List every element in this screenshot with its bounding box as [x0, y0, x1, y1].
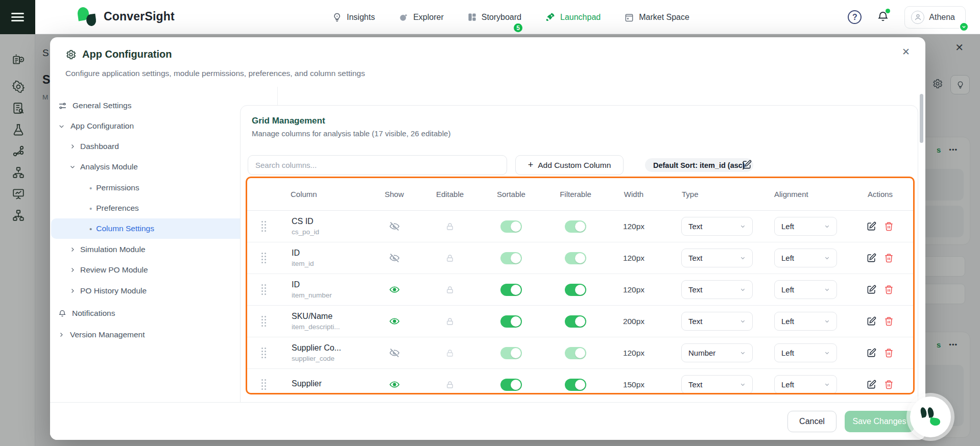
chevron-down-icon [740, 382, 746, 387]
lock-icon [445, 349, 455, 358]
drag-handle[interactable] [261, 316, 266, 327]
column-name: CS ID [292, 217, 358, 226]
alignment-select[interactable]: Left [774, 280, 837, 299]
eye-icon[interactable] [389, 379, 400, 390]
sortable-toggle[interactable] [500, 347, 522, 359]
modal-nav-label: Preferences [96, 204, 139, 213]
assistant-bubble[interactable] [910, 397, 951, 437]
alignment-select[interactable]: Left [774, 375, 837, 394]
user-status-badge [959, 22, 969, 32]
sortable-toggle[interactable] [500, 315, 522, 328]
edit-column-button[interactable] [867, 253, 876, 263]
sortable-toggle[interactable] [500, 220, 522, 233]
eye-off-icon[interactable] [389, 348, 400, 358]
drag-handle[interactable] [261, 348, 266, 358]
filterable-toggle[interactable] [565, 220, 586, 233]
eye-icon[interactable] [389, 316, 400, 327]
filterable-toggle[interactable] [565, 252, 586, 264]
modal-close-icon[interactable]: ✕ [898, 44, 914, 60]
eye-off-icon[interactable] [389, 221, 400, 232]
search-columns-input[interactable] [248, 155, 507, 175]
header-sortable: Sortable [469, 190, 553, 199]
delete-column-button[interactable] [884, 348, 894, 358]
delete-column-button[interactable] [884, 380, 894, 389]
sortable-toggle[interactable] [500, 284, 522, 296]
nav-market-space[interactable]: Market Space [624, 12, 689, 22]
grid-management-card: Grid Management Manage columns for analy… [240, 105, 918, 432]
edit-icon [867, 285, 876, 294]
drag-handle[interactable] [261, 284, 266, 295]
notification-dot [886, 9, 890, 13]
chevron-down-icon [824, 318, 830, 324]
add-custom-column-button[interactable]: + Add Custom Column [515, 155, 624, 175]
column-name: Supplier Co... [292, 343, 358, 353]
alignment-value: Left [781, 254, 794, 262]
alignment-select[interactable]: Left [774, 312, 837, 331]
column-width: 150px [598, 380, 670, 389]
chevron-down-icon [58, 123, 65, 130]
edit-column-button[interactable] [867, 348, 876, 358]
edit-column-button[interactable] [867, 380, 876, 389]
alignment-select[interactable]: Left [774, 249, 837, 267]
explorer-icon [398, 12, 409, 22]
filterable-toggle[interactable] [565, 347, 586, 359]
delete-column-button[interactable] [884, 316, 894, 326]
modal-scrollbar-thumb[interactable] [920, 94, 923, 143]
header-width: Width [598, 190, 670, 199]
edit-column-button[interactable] [867, 221, 876, 231]
delete-column-button[interactable] [884, 253, 894, 263]
eye-icon[interactable] [389, 284, 400, 295]
drag-handle[interactable] [261, 253, 266, 263]
cancel-button[interactable]: Cancel [787, 411, 836, 432]
drag-handle[interactable] [261, 379, 266, 390]
drag-handle[interactable] [261, 221, 266, 232]
filterable-toggle[interactable] [565, 284, 586, 296]
nav-explorer[interactable]: Explorer [398, 12, 444, 22]
type-select[interactable]: Text [681, 217, 753, 236]
type-select[interactable]: Text [681, 375, 753, 394]
storyboard-icon [467, 12, 477, 22]
column-name: ID [292, 249, 358, 258]
nav-insights[interactable]: Insights [332, 12, 375, 22]
chevron-down-icon [824, 224, 830, 229]
alignment-select[interactable]: Left [774, 217, 837, 236]
edit-column-button[interactable] [867, 285, 876, 294]
help-button[interactable]: ? [848, 10, 862, 24]
notifications-bell-button[interactable] [877, 10, 889, 24]
type-select[interactable]: Text [681, 280, 753, 299]
edit-column-button[interactable] [867, 316, 876, 326]
delete-column-button[interactable] [884, 221, 894, 231]
modal-subtitle: Configure application settings, module p… [65, 69, 365, 78]
modal-nav-label: Notifications [72, 309, 115, 318]
trash-icon [884, 348, 894, 358]
nav-label: Launchpad [560, 13, 601, 22]
eye-off-icon[interactable] [389, 253, 400, 263]
chevron-right-icon [69, 267, 76, 273]
nav-storyboard[interactable]: Storyboard 5 [467, 12, 521, 22]
hamburger-menu-icon[interactable] [11, 11, 24, 24]
filterable-toggle[interactable] [565, 315, 586, 328]
type-select[interactable]: Text [681, 312, 753, 331]
filterable-toggle[interactable] [565, 379, 586, 391]
nav-launchpad[interactable]: Launchpad [545, 12, 601, 22]
modal-footer: Cancel Save Changes [50, 402, 925, 440]
column-field: supplier_code [292, 355, 358, 362]
modal-nav-label: Column Settings [96, 224, 154, 233]
launchpad-rocket-icon [545, 12, 556, 22]
delete-column-button[interactable] [884, 285, 894, 294]
sortable-toggle[interactable] [500, 379, 522, 391]
column-field: item_number [292, 291, 358, 299]
type-select[interactable]: Text [681, 249, 753, 267]
alignment-select[interactable]: Left [774, 343, 837, 362]
sortable-toggle[interactable] [500, 252, 522, 264]
chevron-down-icon [824, 255, 830, 261]
user-menu[interactable]: Athena [904, 6, 966, 29]
header-type: Type [670, 190, 764, 199]
brand-logo[interactable]: ConverSight [78, 7, 175, 26]
type-select[interactable]: Number [681, 343, 753, 362]
edit-default-sort-button[interactable] [740, 158, 753, 171]
table-row: SKU/Nameitem_descripti... 200px Text Lef… [247, 306, 913, 337]
column-name: ID [292, 280, 358, 289]
nav-label: Storyboard [482, 13, 521, 22]
save-changes-button[interactable]: Save Changes [845, 411, 914, 432]
